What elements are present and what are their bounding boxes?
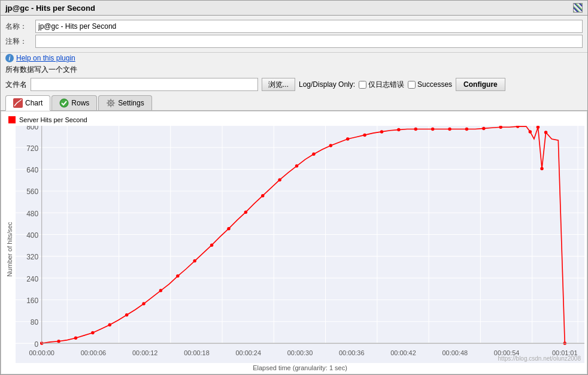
svg-text:320: 320 [26,253,38,261]
svg-text:0: 0 [35,340,39,349]
browse-button[interactable]: 浏览... [262,78,295,91]
log-display-label: Log/Display Only: [299,80,355,89]
svg-text:80: 80 [31,318,39,326]
tab-rows-label: Rows [71,99,89,107]
svg-text:720: 720 [26,144,38,153]
tabs-bar: Chart Rows Settings [1,93,587,111]
info-row: i Help on this plugin [1,53,587,63]
title-bar: jp@gc - Hits per Second [1,1,587,16]
svg-text:00:00:36: 00:00:36 [339,349,364,356]
svg-text:480: 480 [26,210,38,218]
window-title: jp@gc - Hits per Second [5,4,95,13]
svg-point-52 [108,323,111,327]
svg-text:00:00:18: 00:00:18 [184,349,209,356]
help-link[interactable]: Help on this plugin [16,54,75,62]
settings-icon [106,98,116,108]
svg-text:560: 560 [26,187,38,196]
successes-label: Successes [417,80,452,89]
svg-point-80 [544,131,547,134]
svg-point-1 [60,99,68,107]
chart-legend: Server Hits per Second [4,114,584,126]
comment-row: 注释： [5,35,583,48]
svg-point-65 [329,144,332,147]
tab-settings[interactable]: Settings [98,95,151,110]
chart-svg: 800 720 640 560 480 400 320 240 160 80 0… [16,126,584,363]
legend-label: Server Hits per Second [19,116,87,123]
svg-text:160: 160 [26,297,38,305]
svg-text:800: 800 [26,126,38,131]
svg-text:00:00:00: 00:00:00 [29,349,54,356]
svg-point-49 [57,340,60,343]
svg-rect-4 [16,126,584,363]
svg-point-68 [380,130,383,134]
svg-point-67 [363,134,366,137]
tab-chart-label: Chart [25,99,43,107]
svg-point-60 [244,210,247,214]
window-icon [573,3,583,13]
file-label: 文件名 [5,80,27,90]
svg-point-54 [142,302,145,306]
svg-text:00:00:24: 00:00:24 [235,349,260,356]
svg-point-66 [346,137,349,141]
tab-rows[interactable]: Rows [51,95,97,110]
svg-point-70 [414,128,417,131]
write-all-label: 所有数据写入一个文件 [5,65,77,74]
svg-point-79 [540,167,543,171]
svg-text:00:00:30: 00:00:30 [287,349,313,356]
svg-text:00:00:48: 00:00:48 [442,349,468,356]
svg-point-50 [74,337,77,340]
comment-label: 注释： [5,37,35,47]
svg-point-77 [529,130,532,134]
svg-text:400: 400 [26,231,38,240]
chart-inner: Number of hits/sec [4,126,584,373]
svg-point-59 [227,227,230,231]
rows-icon [59,98,69,108]
name-label: 名称： [5,22,35,32]
y-axis-label: Number of hits/sec [4,126,16,373]
successes-checkbox-label[interactable]: Successes [408,80,452,89]
svg-point-62 [278,178,281,182]
chart-svg-container: 800 720 640 560 480 400 320 240 160 80 0… [16,126,584,363]
svg-point-3 [110,102,112,104]
tab-chart[interactable]: Chart [5,95,50,111]
errors-label: 仅日志错误 [368,80,404,90]
write-all-row: 所有数据写入一个文件 [1,63,587,76]
svg-text:00:00:12: 00:00:12 [132,349,157,356]
comment-input[interactable] [35,35,583,48]
name-area: 名称： 注释： [1,16,587,53]
svg-text:240: 240 [26,275,38,283]
svg-text:00:00:42: 00:00:42 [390,349,416,356]
svg-point-53 [125,313,128,317]
main-window: jp@gc - Hits per Second 名称： 注释： i Help o… [0,0,588,375]
svg-point-69 [397,128,400,132]
svg-point-72 [448,128,451,131]
successes-checkbox[interactable] [408,81,416,89]
svg-point-71 [431,128,434,131]
tab-settings-label: Settings [118,99,144,107]
svg-point-55 [159,289,162,292]
svg-point-58 [210,243,213,247]
file-input[interactable] [31,78,258,91]
name-input[interactable] [35,20,583,33]
svg-text:00:00:06: 00:00:06 [81,349,106,356]
svg-point-74 [482,127,485,131]
configure-button[interactable]: Configure [456,78,505,91]
chart-icon [13,98,23,108]
file-row: 文件名 浏览... Log/Display Only: 仅日志错误 Succes… [1,76,587,93]
svg-point-63 [295,164,298,168]
x-axis-label: Elapsed time (granularity: 1 sec) [16,363,584,373]
svg-point-61 [261,194,264,198]
legend-color-red [8,116,16,123]
svg-point-64 [312,153,315,156]
svg-point-73 [465,128,468,131]
chart-plot-area: 800 720 640 560 480 400 320 240 160 80 0… [16,126,584,373]
svg-point-56 [176,274,179,278]
svg-text:640: 640 [26,166,38,174]
name-row: 名称： [5,20,583,33]
info-icon: i [5,54,14,62]
errors-checkbox-label[interactable]: 仅日志错误 [359,80,404,90]
errors-checkbox[interactable] [359,81,366,89]
chart-area: Server Hits per Second jmeter-plugins.or… [1,111,587,374]
svg-point-57 [193,259,196,263]
svg-point-51 [91,331,94,335]
